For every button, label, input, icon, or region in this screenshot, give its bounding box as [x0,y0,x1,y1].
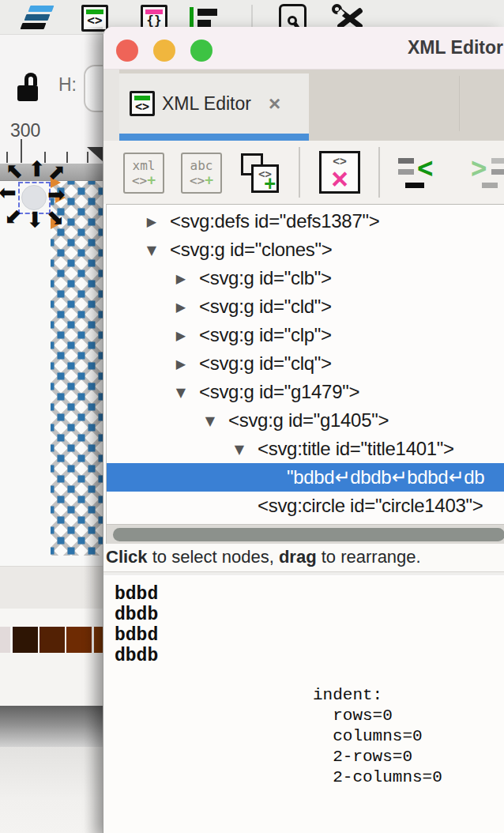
indent-bar [491,169,504,175]
tree-node-label: <svg:circle id="circle1403"> [258,495,483,517]
palette-swatch[interactable] [0,627,10,653]
lock-open-icon[interactable] [17,73,41,101]
close-window-button[interactable] [116,40,138,62]
tree-horizontal-scrollbar[interactable] [106,524,504,544]
hint-click: Click [106,547,148,567]
tree-row[interactable]: ▼ <svg:g id="g1405"> [107,406,504,435]
align-object-bar-1 [197,9,217,16]
tree-row[interactable]: ▶ <svg:defs id="defs1387"> [107,207,504,236]
stack-layer-top [28,6,55,12]
scale-arrow-left[interactable]: ➡ [0,183,17,205]
tab-icon-glyph: <> [132,99,152,115]
inkscape-window: <> {} H: 300 [0,0,504,833]
tree-node-label: <svg:g id="clp"> [199,324,332,346]
stack-layer-bottom [21,23,47,29]
tree-row[interactable]: ▼ <svg:g id="clones"> [107,236,504,264]
tree-row-selected[interactable]: "bdbd↵dbdb↵bdbd↵db [107,463,504,492]
height-label: H: [58,74,77,96]
tree-node-label: "bdbd↵dbdb↵bdbd↵db [287,466,484,488]
expander-icon[interactable]: ▶ [140,214,164,229]
selection-handles: ➡ ➡ ➡ ➡ ➡ ➡ ➡ ➡ [0,158,76,237]
tree-node-label: <svg:g id="clb"> [199,267,332,289]
tree-row[interactable]: ▼ <svg:g id="g1479"> [107,378,504,406]
hint-mid: to select nodes, [148,547,279,567]
new-text-glyph-row: <>+ [190,173,213,188]
unindent-chevron: < [417,153,433,182]
unindent-bar [398,169,414,175]
toolbar-separator [378,147,380,198]
tree-node-label: <svg:title id="title1401"> [258,438,454,460]
tab-label: XML Editor [162,93,251,115]
delete-node-button[interactable]: <> × [319,151,360,194]
node-value-pane[interactable]: bdbd dbdb bdbd dbdb indent: rows=0 colum… [103,576,504,833]
toolbar-separator [299,147,300,198]
scale-arrow-right[interactable]: ➡ [47,183,66,205]
duplicate-front-square: <> + [251,164,279,193]
tree-row[interactable]: ▶ <svg:g id="cld"> [107,292,504,321]
tree-node-label: <svg:g id="clq"> [199,352,332,375]
tabbar-separator [459,76,460,131]
tree-row[interactable]: <svg:circle id="circle1403"> [107,492,504,520]
xml-editor-dialog: XML Editor <> XML Editor × xml <>+ abc [103,27,504,833]
indent-chevron: > [471,153,487,182]
unindent-bar [405,183,424,188]
window-title: XML Editor [408,37,503,58]
align-anchor-bar [190,7,194,29]
expander-icon[interactable]: ▼ [198,413,222,428]
dialog-tabbar: <> XML Editor × [103,70,504,141]
tab-gutter [103,70,119,141]
minimize-window-button[interactable] [153,40,175,62]
xml-node-tree: ▶ <svg:defs id="defs1387"> ▼ <svg:g id="… [106,204,504,524]
dialog-edge-shadow [84,27,103,833]
tree-row[interactable]: ▶ <svg:g id="clq"> [107,349,504,378]
active-tab-indicator [119,134,309,141]
align-object-bar-2 [197,20,211,27]
expander-icon[interactable]: ▶ [169,300,193,315]
delete-x-glyph: × [322,163,358,196]
ruler-300-label: 300 [10,120,40,141]
tree-node-label: <svg:g id="cld"> [199,296,332,318]
scrollbar-thumb[interactable] [113,528,504,541]
selected-circle-object[interactable] [21,185,47,210]
indent-node-button[interactable]: > [471,153,504,194]
indent-bar [491,158,504,164]
expander-icon[interactable]: ▼ [228,442,251,457]
indent-debug-text: indent: rows=0 columns=0 2-rows=0 2-colu… [313,685,442,788]
unindent-node-button[interactable]: < [398,153,439,194]
duplicate-node-button[interactable]: <> + [238,153,279,194]
layers-stack-icon[interactable] [21,6,54,31]
indent-bar [482,183,498,188]
duplicate-plus-glyph: + [265,174,276,193]
tree-row[interactable]: ▶ <svg:g id="clp"> [107,321,504,349]
expander-icon[interactable]: ▼ [169,385,193,400]
lock-shackle [24,73,37,85]
palette-swatch[interactable] [13,627,38,653]
tab-close-icon[interactable]: × [269,92,280,116]
lock-body [17,85,38,101]
new-element-glyph-row: <>+ [132,173,156,188]
zoom-window-button[interactable] [190,40,213,62]
unindent-bar [398,158,414,164]
tab-xml-editor[interactable]: <> XML Editor × [119,74,309,134]
tree-row[interactable]: ▶ <svg:g id="clb"> [107,264,504,292]
palette-swatch[interactable] [39,627,65,653]
dialog-titlebar[interactable]: XML Editor [103,27,504,70]
hint-end: to rearrange. [317,547,421,567]
new-element-node-button[interactable]: xml <>+ [123,153,164,194]
new-text-node-button[interactable]: abc <>+ [181,153,222,194]
tree-row[interactable]: ▼ <svg:title id="title1401"> [107,435,504,463]
stack-layer-mid [24,14,51,21]
xml-editor-toolbar: xml <>+ abc <>+ <> + <> × [103,141,504,204]
expander-icon[interactable]: ▼ [140,243,164,258]
tree-node-label: <svg:g id="g1405"> [228,409,389,432]
tree-hint-text: Click to select nodes, drag to rearrange… [106,544,504,571]
text-node-value[interactable]: bdbd dbdb bdbd dbdb [115,584,158,666]
expander-icon[interactable]: ▶ [169,271,193,286]
tree-node-label: <svg:g id="g1479"> [199,381,359,403]
expander-icon[interactable]: ▶ [169,356,193,371]
expander-icon[interactable]: ▶ [169,328,193,343]
tree-node-label: <svg:g id="clones"> [170,239,332,261]
tree-node-label: <svg:defs id="defs1387"> [170,210,379,232]
xml-editor-tab-icon: <> [130,91,155,116]
hint-drag: drag [279,547,317,567]
